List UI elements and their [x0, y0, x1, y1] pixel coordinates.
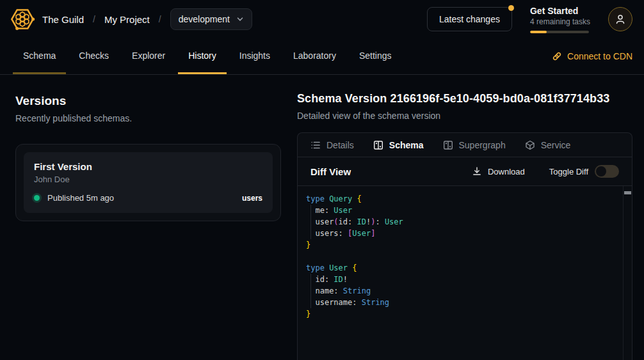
tab-schema-view[interactable]: Schema	[373, 140, 424, 150]
code-line: users: [User]	[306, 228, 632, 239]
progress-fill	[530, 31, 547, 33]
code-line: user(id: ID!): User	[306, 216, 632, 228]
version-author: John Doe	[34, 175, 262, 184]
schema-version-subtitle: Detailed view of the schema version	[297, 111, 632, 121]
toggle-diff-switch[interactable]	[595, 165, 619, 178]
code-line: type Query {	[306, 193, 632, 205]
breadcrumb-project[interactable]: My Project	[104, 14, 150, 25]
person-icon	[615, 13, 626, 25]
target-selector-value: development	[179, 14, 230, 24]
get-started-widget[interactable]: Get Started 4 remaining tasks	[530, 6, 590, 33]
schema-code-editor[interactable]: type Query { me: User user(id: ID!): Use…	[298, 186, 632, 360]
breadcrumb-separator: /	[159, 14, 161, 24]
schema-version-card: Details Schema Supergr	[297, 132, 632, 360]
versions-subtitle: Recently published schemas.	[15, 113, 281, 123]
breadcrumb: The Guild / My Project / development	[42, 8, 252, 30]
get-started-title: Get Started	[530, 6, 590, 16]
main-nav: Schema Checks Explorer History Insights …	[0, 38, 644, 75]
diff-view-title: Diff View	[310, 166, 351, 177]
versions-list: First Version John Doe Published 5m ago …	[15, 144, 281, 221]
schema-version-panel: Schema Version 2166196f-5e10-4059-bd0a-0…	[291, 75, 644, 360]
versions-title: Versions	[15, 94, 281, 108]
user-avatar-button[interactable]	[608, 7, 632, 31]
tab-insights[interactable]: Insights	[229, 38, 280, 74]
tab-explorer[interactable]: Explorer	[122, 38, 175, 74]
toggle-diff-label: Toggle Diff	[549, 167, 588, 176]
notification-dot	[508, 5, 514, 11]
version-view-tabs: Details Schema Supergr	[298, 133, 632, 157]
latest-changes-button[interactable]: Latest changes	[427, 7, 512, 31]
tab-supergraph[interactable]: Supergraph	[443, 140, 506, 150]
schema-version-title: Schema Version 2166196f-5e10-4059-bd0a-0…	[297, 92, 632, 106]
columns-icon	[373, 140, 383, 150]
version-name: First Version	[34, 161, 262, 172]
tab-details[interactable]: Details	[310, 140, 354, 150]
tab-checks[interactable]: Checks	[68, 38, 119, 74]
breadcrumb-separator: /	[93, 14, 95, 24]
published-status-dot	[34, 195, 40, 201]
list-icon	[310, 140, 321, 150]
tab-service[interactable]: Service	[525, 140, 571, 150]
code-lines: type Query { me: User user(id: ID!): Use…	[298, 193, 632, 320]
chevron-down-icon	[236, 15, 244, 23]
code-line: me: User	[306, 205, 632, 216]
get-started-progressbar	[530, 31, 589, 33]
breadcrumb-org[interactable]: The Guild	[42, 14, 84, 25]
code-line: }	[306, 308, 632, 320]
code-line: name: String	[306, 285, 632, 297]
cube-icon	[525, 140, 535, 150]
connect-to-cdn-label: Connect to CDN	[567, 51, 632, 61]
download-button[interactable]: Download	[472, 166, 525, 176]
tab-laboratory[interactable]: Laboratory	[283, 38, 346, 74]
connect-to-cdn-button[interactable]: Connect to CDN	[552, 38, 632, 74]
tab-history[interactable]: History	[178, 38, 227, 74]
get-started-subtitle: 4 remaining tasks	[530, 17, 590, 26]
target-selector-dropdown[interactable]: development	[170, 8, 252, 30]
hive-logo-icon[interactable]	[9, 6, 36, 33]
app-header: The Guild / My Project / development Lat…	[0, 0, 644, 38]
download-icon	[472, 166, 482, 176]
tab-settings[interactable]: Settings	[349, 38, 402, 74]
latest-changes-label: Latest changes	[439, 14, 500, 24]
code-line: username: String	[306, 297, 632, 308]
diff-view-toolbar: Diff View Download Toggle Diff	[298, 157, 632, 186]
link-icon	[552, 51, 562, 61]
tab-schema[interactable]: Schema	[13, 38, 66, 74]
version-list-item[interactable]: First Version John Doe Published 5m ago …	[24, 152, 273, 213]
version-status: Published 5m ago	[47, 193, 114, 203]
code-line: id: ID!	[306, 274, 632, 285]
version-service-badge: users	[242, 194, 262, 203]
versions-panel: Versions Recently published schemas. Fir…	[0, 75, 291, 360]
code-line: }	[306, 239, 632, 251]
code-line	[306, 251, 632, 262]
toggle-knob	[596, 166, 606, 176]
code-line: type User {	[306, 262, 632, 274]
vertical-scrollbar[interactable]	[623, 186, 632, 360]
columns-icon	[443, 140, 453, 150]
scrollbar-thumb[interactable]	[624, 191, 631, 194]
